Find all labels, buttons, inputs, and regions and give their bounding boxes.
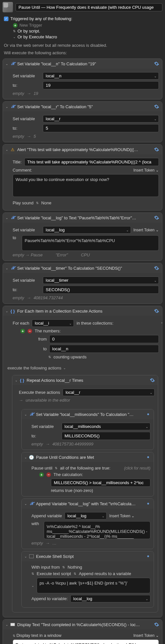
action-set-variable-ms[interactable]: ⌄ 𝒳 Set Variable "local__milliseconds" T… [21, 409, 154, 450]
variable-name-combo[interactable]: local__milliseconds⌄ [62, 423, 150, 430]
to-input[interactable] [49, 345, 159, 353]
updown-icon[interactable]: ⇅ [36, 201, 39, 205]
variable-name-combo[interactable]: local__timer⌄ [43, 277, 159, 284]
action-for-each[interactable]: ⌄ { } For Each Item in a Collection Exec… [3, 306, 162, 617]
chevron-down-icon[interactable]: ⌄ [6, 216, 8, 220]
updown-icon[interactable]: ⇅ [74, 572, 76, 575]
action-display-text[interactable]: ⌄ Display Text "Test completed in %Calcu… [3, 619, 162, 644]
condition-type[interactable]: all of the following are true: [60, 466, 110, 470]
result-value: 19 [33, 91, 38, 96]
shell-script-textarea[interactable]: ps -A -o %cpu | awk '{s+=$1} END {print … [37, 578, 150, 593]
gear-icon[interactable] [154, 61, 159, 67]
chevron-down-icon[interactable]: ⌄ [6, 62, 8, 66]
chevron-down-icon[interactable]: ⌄ [6, 105, 8, 109]
action-shell-script[interactable]: ⌄ Execute Shell Script With input from ⇅… [21, 551, 154, 608]
value-input[interactable] [43, 81, 159, 89]
alert-comment-textarea[interactable]: Would you like to continue execution or … [13, 174, 159, 197]
chevron-down-icon[interactable]: ⌄ [24, 456, 27, 459]
gear-icon[interactable] [154, 265, 159, 271]
updown-icon[interactable]: ⇅ [62, 565, 65, 569]
add-collection-button[interactable]: + [20, 329, 25, 333]
insert-token-button[interactable]: Insert Token ⌄ [134, 633, 159, 638]
gear-icon[interactable] [145, 553, 151, 559]
alert-title-input[interactable] [24, 158, 159, 166]
gear-icon[interactable] [145, 411, 151, 417]
chevron-down-icon[interactable]: ⌄ [24, 413, 27, 416]
insert-token-button[interactable]: Insert Token ⌄ [134, 228, 159, 232]
gear-icon[interactable] [154, 215, 159, 221]
chevron-down-icon[interactable]: ⌄ [24, 502, 27, 506]
gear-icon[interactable] [154, 622, 159, 627]
chevron-down-icon[interactable]: ⌄ [6, 309, 8, 313]
action-append-variable[interactable]: ⌄ 𝒳 Append Variable "local__log" with Te… [21, 498, 154, 549]
updown-icon[interactable]: ⇅ [13, 29, 16, 33]
action-title: Set Variable "local__log" to Text "Pause… [17, 215, 152, 220]
display-text-textarea[interactable]: Test completed in %Calculate%(SECONDS() … [13, 639, 159, 644]
loop-var-combo[interactable]: local__i⌄ [32, 319, 74, 327]
result-error: "Error" [56, 252, 68, 257]
variable-name-combo[interactable]: local__log⌄ [43, 226, 131, 234]
action-set-variable-n[interactable]: ⌄ 𝒳 Set Variable "local__n" To Calculati… [3, 58, 162, 99]
exec-type[interactable]: Execute text script [37, 571, 71, 576]
remove-collection-button[interactable]: − [28, 329, 32, 333]
chevron-down-icon[interactable]: ⌄ [63, 366, 66, 370]
variable-name-combo[interactable]: local__r⌄ [43, 115, 159, 122]
play-sound-label: Play sound [13, 200, 33, 205]
log-value-textarea[interactable]: Pause%Tab%%Tab%"Error"%Tab%%Tab%CPU [22, 235, 159, 251]
remove-condition-button[interactable]: − [46, 472, 51, 477]
or-execute-macro-label[interactable]: Or by Execute Macro [18, 34, 57, 39]
value-input[interactable] [62, 432, 150, 440]
value-input[interactable] [43, 124, 159, 132]
action-set-variable-timer[interactable]: ⌄ 𝒳 Set Variable "local__timer" To Calcu… [3, 263, 162, 304]
append-type[interactable]: Append results to a variable [79, 571, 131, 576]
add-trigger-button[interactable]: + [13, 23, 18, 28]
gear-icon[interactable] [145, 501, 151, 507]
display-icon [10, 622, 15, 627]
action-alert[interactable]: ⌄ ⚠ Alert "This test will take approxima… [3, 144, 162, 211]
new-trigger-label[interactable]: New Trigger [19, 23, 42, 28]
sound-value[interactable]: None [41, 200, 51, 205]
chevron-down-icon[interactable]: ⌄ [6, 623, 8, 626]
arrow-icon: → [27, 91, 31, 96]
gear-icon[interactable] [154, 147, 159, 152]
value-input[interactable] [43, 286, 159, 294]
chevron-down-icon[interactable]: ⌄ [6, 148, 8, 151]
counting-label[interactable]: counting upwards [53, 354, 87, 359]
chevron-down-icon[interactable]: ⌄ [31, 584, 34, 587]
click-for-result[interactable]: (click for result) [124, 466, 150, 470]
add-condition-button[interactable]: + [39, 472, 44, 477]
input-value[interactable]: Nothing [67, 565, 82, 570]
append-value-textarea[interactable]: \n%Calculate%2 ^ local__i% ms_______%Cal… [44, 521, 150, 539]
updown-icon[interactable]: ⇅ [48, 355, 51, 359]
updown-icon[interactable]: ⇅ [31, 572, 34, 575]
append-var-combo[interactable]: local__log⌄ [70, 595, 150, 602]
repeat-count-combo[interactable]: local__r⌄ [63, 389, 155, 396]
display-mode-label[interactable]: Display text in a window [17, 633, 62, 638]
gear-icon[interactable] [154, 308, 159, 314]
gear-icon[interactable] [149, 377, 155, 383]
chevron-down-icon[interactable]: ⌄ [13, 35, 16, 39]
gear-icon[interactable] [154, 104, 159, 109]
from-input[interactable] [49, 335, 159, 343]
trigger-checkbox[interactable]: ✓ [4, 17, 8, 21]
calc-expression-input[interactable]: MILLISECONDS() > local__milliseconds + 2… [51, 479, 150, 487]
action-set-variable-log[interactable]: ⌄ 𝒳 Set Variable "local__log" to Text "P… [3, 213, 162, 261]
action-set-variable-r[interactable]: ⌄ 𝒳 Set Variable "local__r" To Calculati… [3, 101, 162, 142]
insert-token-button[interactable]: Insert Token ⌄ [134, 168, 159, 173]
updown-icon[interactable]: ⇅ [55, 466, 57, 470]
variable-icon: 𝒳 [29, 412, 34, 417]
variable-name-combo[interactable]: local__n⌄ [43, 72, 159, 80]
variable-name-combo[interactable]: local__log⌄ [65, 512, 107, 520]
chevron-down-icon[interactable]: ⌄ [24, 555, 27, 558]
action-pause-until[interactable]: ⌄ 🕘 Pause Until Conditions are Met Pause… [21, 452, 154, 496]
set-variable-label: Set variable [13, 116, 40, 121]
result-value: 5 [33, 134, 36, 139]
updown-icon[interactable]: ⇅ [13, 634, 15, 638]
unavailable-label: unavailable in the editor [26, 398, 70, 403]
chevron-down-icon[interactable]: ⌄ [6, 266, 8, 270]
action-repeat[interactable]: ⌄ { } Repeat Actions local__r Times Exec… [12, 375, 158, 612]
chevron-down-icon[interactable]: ⌄ [15, 379, 18, 382]
gear-icon[interactable] [145, 454, 151, 460]
insert-token-button[interactable]: Insert Token ⌄ [109, 514, 135, 518]
macro-title-input[interactable] [16, 3, 162, 11]
